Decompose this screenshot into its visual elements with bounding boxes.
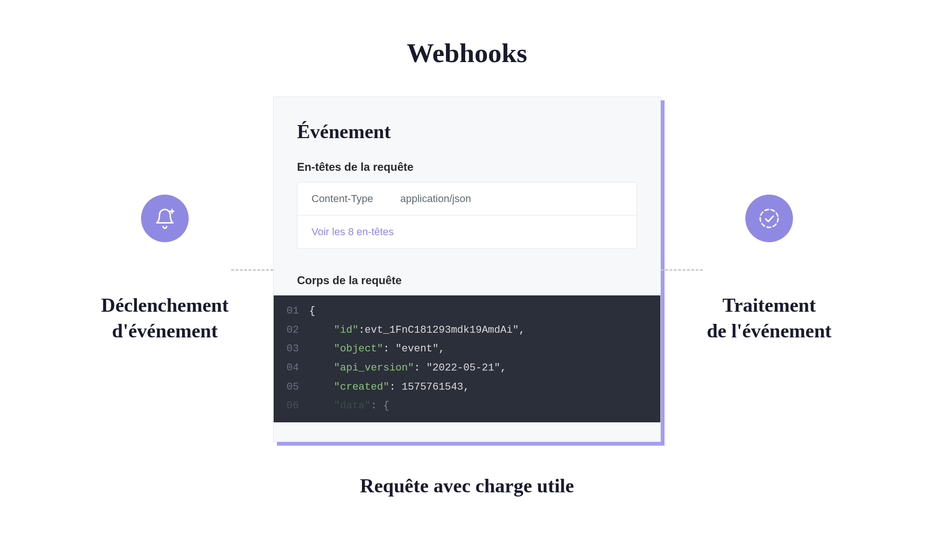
svg-point-2 <box>760 210 778 227</box>
header-key: Content-Type <box>311 193 400 205</box>
headers-box: Content-Type application/json Voir les 8… <box>297 182 637 249</box>
code-line: 03 "object": "event", <box>274 340 660 359</box>
page-title: Webhooks <box>0 0 934 69</box>
line-number: 04 <box>274 359 309 378</box>
bottom-caption: Requête avec charge utile <box>0 475 934 497</box>
code-line: 02 "id":evt_1FnC181293mdk19AmdAi", <box>274 321 660 340</box>
view-all-headers-link[interactable]: Voir les 8 en-têtes <box>311 226 394 238</box>
code-text: "created": 1575761543, <box>309 378 469 397</box>
headers-link-row: Voir les 8 en-têtes <box>297 216 637 248</box>
header-row: Content-Type application/json <box>297 182 637 216</box>
payload-card: Événement En-têtes de la requête Content… <box>273 97 661 442</box>
line-number: 03 <box>274 340 309 359</box>
code-text: "data": { <box>309 397 389 416</box>
request-headers-label: En-têtes de la requête <box>297 161 637 174</box>
right-column: Traitement de l'événement <box>680 195 858 343</box>
code-text: "id":evt_1FnC181293mdk19AmdAi", <box>309 321 525 340</box>
line-number: 01 <box>274 302 309 321</box>
left-label: Déclenchement d'événement <box>101 293 229 343</box>
diagram-row: Déclenchement d'événement Événement En-t… <box>0 97 934 442</box>
line-number: 05 <box>274 378 309 397</box>
bell-plus-icon <box>141 195 189 242</box>
code-line: 05 "created": 1575761543, <box>274 378 660 397</box>
right-label: Traitement de l'événement <box>707 293 831 343</box>
code-line: 04 "api_version": "2022-05-21", <box>274 359 660 378</box>
line-number: 06 <box>274 397 309 416</box>
code-block: 01 { 02 "id":evt_1FnC181293mdk19AmdAi", … <box>274 295 660 422</box>
code-line: 06 "data": { <box>274 397 660 416</box>
code-text: { <box>309 302 315 321</box>
request-body-label: Corps de la requête <box>297 274 637 287</box>
line-number: 02 <box>274 321 309 340</box>
header-value: application/json <box>400 193 471 205</box>
code-text: "object": "event", <box>309 340 445 359</box>
card-title: Événement <box>297 120 637 143</box>
left-column: Déclenchement d'événement <box>76 195 254 343</box>
payload-card-wrapper: Événement En-têtes de la requête Content… <box>273 97 661 442</box>
check-dashed-icon <box>745 195 793 242</box>
code-text: "api_version": "2022-05-21", <box>309 359 507 378</box>
code-line: 01 { <box>274 302 660 321</box>
